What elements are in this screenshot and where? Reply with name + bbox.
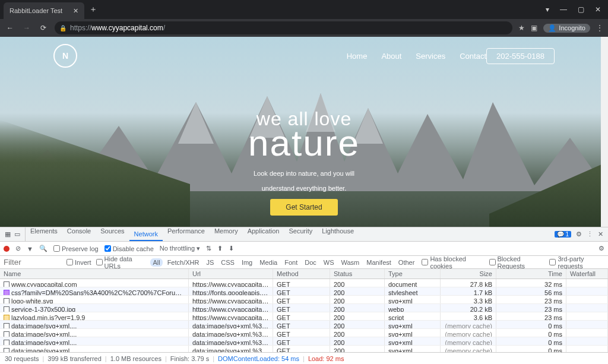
preserve-log-checkbox[interactable]: Preserve log [53,245,99,252]
site-logo[interactable]: N [53,44,77,68]
reload-icon[interactable]: ⟳ [38,24,49,32]
request-row[interactable]: data:image/svg+xml,...data:image/svg+xml… [0,346,608,352]
request-row[interactable]: service-1-370x500.jpghttps://www.cyyapca… [0,304,608,312]
devtools-tab-elements[interactable]: Elements [26,227,62,241]
nav-link-home[interactable]: Home [347,52,368,61]
window-titlebar: RabbitLoader Test ✕ ＋ ▾ — ▢ ✕ [0,0,608,19]
bookmark-icon[interactable]: ★ [518,24,525,32]
network-statusbar: 30 requests| 399 kB transferred| 1.0 MB … [0,352,608,364]
minimize-icon[interactable]: — [560,5,567,14]
filter-type-img[interactable]: Img [239,258,255,267]
hide-data-urls-checkbox[interactable]: Hide data URLs [96,255,146,270]
inspect-icon[interactable]: ▦ [5,230,11,238]
request-row[interactable]: data:image/svg+xml,...data:image/svg+xml… [0,337,608,346]
devtools-tab-application[interactable]: Application [243,227,284,241]
download-icon[interactable]: ⬇ [229,245,234,252]
col-status[interactable]: Status [330,269,385,278]
devtools-tab-sources[interactable]: Sources [96,227,129,241]
col-time[interactable]: Time [496,269,566,278]
tab-close-icon[interactable]: ✕ [73,7,78,15]
filter-type-media[interactable]: Media [257,258,280,267]
col-type[interactable]: Type [385,269,441,278]
lock-icon: 🔒 [59,25,66,31]
devtools-tab-network[interactable]: Network [129,227,163,241]
col-size[interactable]: Size [441,269,496,278]
col-name[interactable]: Name [0,269,189,278]
devtools-close-icon[interactable]: ✕ [598,230,603,238]
url-path: / [163,24,165,32]
status-finish: Finish: 3.79 s [170,355,209,362]
nav-link-services[interactable]: Services [416,52,445,61]
hero-sub1: Look deep into nature, and you will [0,169,608,179]
site-navbar: N HomeAboutServicesContact 202-555-0188 [0,44,608,68]
url-host: www.cyyapcapital.com [91,24,163,32]
filter-type-fetch-xhr[interactable]: Fetch/XHR [165,258,202,267]
upload-icon[interactable]: ⬆ [217,245,223,252]
new-tab-button[interactable]: ＋ [89,4,97,15]
filter-type-all[interactable]: All [150,258,162,267]
extensions-icon[interactable]: ▣ [531,24,537,32]
network-toolbar: ⊘ ▼ 🔍 Preserve log Disable cache No thro… [0,242,608,256]
devtools-tab-lighthouse[interactable]: Lighthouse [317,227,359,241]
record-icon[interactable] [4,246,10,252]
col-url[interactable]: Url [189,269,273,278]
request-row[interactable]: lazyload.min.js?ver=1.9.9https://www.cyy… [0,312,608,321]
filter-type-other[interactable]: Other [396,258,417,267]
nav-link-about[interactable]: About [381,52,401,61]
phone-button[interactable]: 202-555-0188 [486,48,555,64]
status-resources: 1.0 MB resources [110,355,162,362]
devtools-tab-console[interactable]: Console [62,227,96,241]
filter-type-manifest[interactable]: Manifest [364,258,394,267]
request-row[interactable]: data:image/svg+xml,...data:image/svg+xml… [0,321,608,329]
filter-type-js[interactable]: JS [204,258,216,267]
network-settings-icon[interactable]: ⚙ [598,245,604,252]
filter-type-font[interactable]: Font [282,258,300,267]
col-method[interactable]: Method [273,269,330,278]
clear-icon[interactable]: ⊘ [15,245,21,252]
devtools-tab-memory[interactable]: Memory [210,227,243,241]
url-protocol: https:// [70,24,91,32]
search-icon[interactable]: 🔍 [39,245,48,252]
network-grid: Name Url Method Status Type Size Time Wa… [0,269,608,352]
disable-cache-checkbox[interactable]: Disable cache [104,245,154,252]
incognito-badge[interactable]: 👤 Incognito [543,24,590,33]
request-row[interactable]: data:image/svg+xml,...data:image/svg+xml… [0,329,608,337]
throttling-select[interactable]: No throttling ▾ [160,245,200,252]
blocked-requests-checkbox[interactable]: Blocked Requests [489,255,545,270]
has-blocked-cookies-checkbox[interactable]: Has blocked cookies [422,255,484,270]
kebab-menu-icon[interactable]: ⋮ [596,24,603,32]
gear-icon[interactable]: ⚙ [576,230,582,238]
chevron-down-icon[interactable]: ▾ [546,5,549,14]
invert-checkbox[interactable]: Invert [66,259,91,266]
filter-type-wasm[interactable]: Wasm [339,258,362,267]
device-toggle-icon[interactable]: ▭ [14,230,20,238]
status-load: Load: 92 ms [308,355,344,362]
filter-type-ws[interactable]: WS [321,258,337,267]
request-row[interactable]: www.cyyapcapital.comhttps://www.cyyapcap… [0,279,608,287]
issue-badge[interactable]: 💬 1 [555,231,571,238]
page-viewport: N HomeAboutServicesContact 202-555-0188 … [0,37,608,227]
maximize-icon[interactable]: ▢ [578,5,584,14]
kebab-menu-icon[interactable]: ⋮ [587,230,593,238]
hero-line2: nature [0,122,608,164]
request-row[interactable]: css?family=DM%20Sans%3A400%2C%2C700%7CFo… [0,287,608,296]
wifi-icon[interactable]: ⇅ [206,245,211,252]
filter-type-css[interactable]: CSS [218,258,237,267]
back-icon[interactable]: ← [5,24,15,32]
cta-button[interactable]: Get Started [270,199,337,216]
devtools-tab-performance[interactable]: Performance [163,227,210,241]
filter-icon[interactable]: ▼ [27,245,33,252]
col-waterfall[interactable]: Waterfall [566,269,608,278]
filter-input[interactable] [2,257,62,268]
page-scrollbar[interactable] [601,37,608,227]
request-row[interactable]: logo-white.svghttps://www.cyyapcapital.c… [0,296,608,304]
address-bar[interactable]: 🔒 https://www.cyyapcapital.com/ [55,21,512,34]
nav-link-contact[interactable]: Contact [460,52,486,61]
devtools-tab-security[interactable]: Security [284,227,317,241]
third-party-checkbox[interactable]: 3rd-party requests [549,255,606,270]
incognito-icon: 👤 [548,24,556,32]
browser-tab[interactable]: RabbitLoader Test ✕ [4,2,84,19]
close-window-icon[interactable]: ✕ [595,5,601,14]
forward-icon[interactable]: → [21,24,32,32]
filter-type-doc[interactable]: Doc [302,258,319,267]
